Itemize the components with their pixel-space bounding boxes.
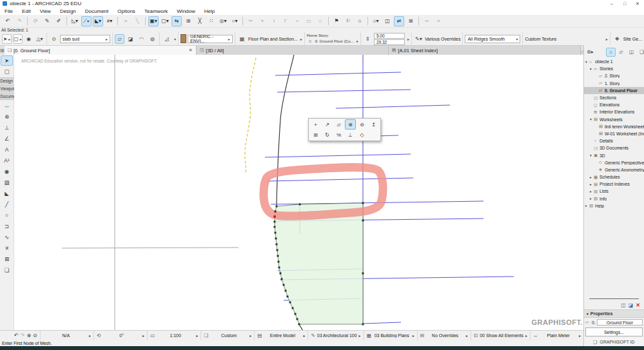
selected-node[interactable] — [274, 216, 276, 218]
move-node-icon[interactable]: + — [310, 119, 321, 130]
site-contour-line[interactable] — [277, 55, 294, 205]
publisher-sets-icon[interactable]: ❑ — [637, 48, 644, 57]
close-button[interactable]: ✕ — [631, 0, 644, 7]
fillet-icon[interactable]: Γ — [280, 16, 291, 26]
line-tool[interactable]: ╱ — [1, 199, 13, 209]
spline-tool[interactable]: ∿ — [1, 232, 13, 242]
drag-icon[interactable]: ⇆ — [171, 16, 182, 26]
close-panel-icon[interactable]: ✕ — [636, 302, 640, 308]
tree-item-worksheet-w01[interactable]: ▤ W-01 Worksheet (Inde — [584, 130, 644, 137]
mesh-ridged-icon[interactable]: ◠ — [137, 34, 146, 44]
suspend-groups-icon[interactable]: ⟳ — [30, 16, 41, 26]
terrain-line[interactable] — [363, 322, 401, 324]
menu-document[interactable]: Document — [81, 8, 113, 14]
home-story-icon[interactable]: ⌂ — [355, 16, 365, 26]
utility-line-yellow[interactable] — [245, 58, 256, 173]
drawing-canvas[interactable]: ARCHICAD Education version, not for resa… — [14, 55, 583, 330]
drafting-aid-icon[interactable]: ╲ — [132, 16, 142, 26]
label-tool[interactable]: A¹ — [1, 155, 13, 166]
mesh-polygon[interactable] — [275, 203, 363, 324]
zoom-preset-select[interactable]: N/A ▸ — [40, 331, 93, 340]
tree-item-elevations[interactable]: ◻ Elevations — [584, 101, 644, 108]
tree-item-story-2[interactable]: ▱ 2. Story — [584, 72, 644, 79]
guide-lines-icon[interactable]: ◺▾ — [70, 16, 80, 26]
dimension-tool[interactable]: ↔ — [1, 101, 13, 111]
link-icon[interactable]: ∞ — [422, 16, 432, 26]
tree-item-interior-elevations[interactable]: ⊞ Interior Elevations — [584, 108, 644, 115]
graphisoft-id-row[interactable]: ❑ GRAPHISOFT ID — [584, 338, 644, 346]
story-name-field[interactable]: Ground Floor — [597, 319, 643, 326]
new-tab-panel-icon[interactable]: ◫ — [621, 302, 626, 308]
terrain-line[interactable] — [277, 90, 411, 92]
multiply-icon[interactable]: ⊞ — [183, 16, 193, 26]
terrain-line[interactable] — [268, 178, 413, 181]
menu-edit[interactable]: Edit — [17, 8, 35, 14]
height-bottom-field[interactable]: 29.32 — [374, 39, 405, 45]
tab-sheet-index[interactable]: ▤ [A.01 Sheet Index] — [389, 46, 581, 55]
image-fill-tool[interactable]: ◣ — [1, 188, 13, 199]
selection-style-icon[interactable]: ▣▾ — [148, 16, 159, 26]
terrain-line[interactable] — [275, 72, 401, 75]
tab-ground-floor[interactable]: ❏ [0. Ground Floor] ✕ — [5, 46, 197, 55]
display-select[interactable]: Floor Plan and Section... — [248, 37, 298, 41]
elevate-icon[interactable]: ↥ — [368, 119, 379, 130]
marquee-style-icon[interactable]: ▢▾ — [160, 16, 170, 26]
rotate-icon[interactable]: ◎▾ — [218, 16, 228, 26]
tree-item-details[interactable]: ◔ Details — [584, 137, 644, 144]
tree-item-info[interactable]: ▸ ▧ Info — [584, 195, 644, 202]
settings-button[interactable]: Settings... — [585, 327, 643, 336]
menu-design[interactable]: Design — [55, 8, 81, 14]
elevation-dimension-tool[interactable]: ⊥ — [1, 122, 13, 133]
curve-edge-icon[interactable]: ↻ — [322, 130, 333, 140]
forward-icon[interactable]: ↷ — [21, 333, 25, 338]
navigator-chooser-icon[interactable]: ⚙▸ — [585, 48, 595, 57]
zone-stamp-tool[interactable]: ◉ — [1, 166, 13, 177]
tree-item-ground-floor[interactable]: ▱ 0. Ground Floor — [584, 87, 644, 94]
ridges-select[interactable]: All Ridges Smooth▾ — [465, 35, 520, 43]
view-switcher-icon[interactable]: ⊞ — [0, 46, 5, 55]
menu-help[interactable]: Help — [200, 8, 219, 14]
toolbox-group-viewpoints[interactable]: Viewpoi — [0, 85, 14, 92]
snap-guides-icon[interactable]: ⟋▾ — [81, 16, 92, 26]
offset-icon[interactable]: ⌐ — [292, 16, 302, 26]
favorites-icon[interactable]: ◉ — [24, 34, 34, 44]
resize-icon[interactable]: ▭ — [304, 16, 314, 26]
flag-icon[interactable]: ⚑ — [331, 16, 342, 26]
surface-select[interactable]: GENERIC - ENVI...▸ — [188, 35, 233, 43]
tab-3d-all[interactable]: ◳ [3D / All] — [197, 46, 389, 55]
grid-line-horizontal[interactable] — [62, 248, 239, 248]
separator[interactable] — [328, 17, 329, 25]
offset-all-edges-icon[interactable]: ⊞ — [310, 130, 321, 140]
separator[interactable] — [367, 17, 368, 25]
separator[interactable] — [242, 17, 243, 25]
tree-item-generic-perspective[interactable]: ◇ Generic Perspective — [584, 159, 644, 166]
pick-up-parameters-icon[interactable]: ✎ — [42, 16, 52, 26]
zoom-in-icon[interactable]: ⊕ — [26, 333, 31, 338]
pet-palette[interactable]: +↗▱⊕⊖↥ ⊞↻%⊥◇ — [308, 118, 381, 141]
marquee-tool[interactable]: ▢ — [1, 66, 13, 77]
tree-item-schedules[interactable]: ▸ ▦ Schedules — [584, 173, 644, 180]
add-node-icon[interactable]: ↗ — [322, 119, 333, 130]
separator[interactable] — [27, 17, 28, 25]
properties-header[interactable]: ▾ Properties — [584, 309, 644, 318]
dimension-style-select[interactable]: ↔ Plain Meter ▸ — [530, 331, 583, 340]
pen-set-select[interactable]: ✎ 03 Architectural 100 ▸ — [307, 331, 363, 340]
adjust-icon[interactable]: Ι — [269, 16, 279, 26]
arrow-preset-button[interactable]: ➤▸ — [2, 34, 12, 44]
offset-edge-icon[interactable]: ▱ — [333, 119, 344, 130]
project-map-icon[interactable]: ⌂ — [606, 48, 616, 57]
fill-tool[interactable]: ▨ — [1, 177, 13, 188]
morph-icon[interactable]: ○▾ — [229, 16, 240, 26]
grid-snap-icon[interactable]: #▾ — [104, 16, 115, 26]
smooth-icon[interactable]: ◇ — [356, 130, 367, 140]
view-map-icon[interactable]: ▱ — [616, 48, 626, 57]
tree-item-stories[interactable]: ▾ ▱ Stories — [584, 65, 644, 72]
3d-view-icon[interactable]: ⌂▾ — [371, 16, 381, 26]
tree-item-help[interactable]: ▸ ▨ Help — [584, 202, 644, 209]
schedule-icon[interactable]: ⊞ — [405, 16, 416, 26]
arrow-tool[interactable]: ➤ — [1, 55, 13, 66]
layers-select[interactable]: ❏ Custom ▸ — [200, 331, 254, 340]
home-story-select[interactable]: 0. Ground Floor (Cu... — [315, 39, 354, 43]
layout-book-icon[interactable]: ◫ — [627, 48, 636, 57]
menu-options[interactable]: Options — [113, 8, 140, 14]
